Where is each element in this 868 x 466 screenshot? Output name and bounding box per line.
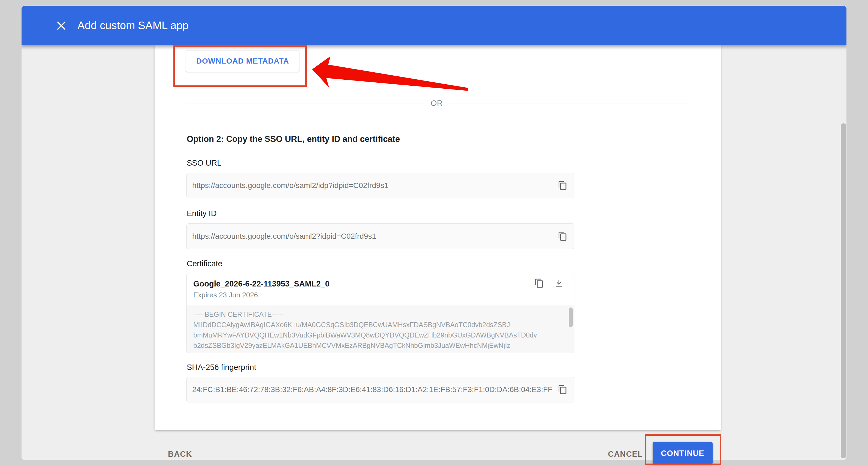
dialog-title: Add custom SAML app	[78, 6, 189, 45]
certificate-card: Google_2026-6-22-113953_SAML2_0 Expires …	[186, 273, 575, 353]
divider-line-left	[186, 103, 424, 104]
certificate-name: Google_2026-6-22-113953_SAML2_0	[193, 280, 330, 288]
entity-id-field: https://accounts.google.com/o/saml2?idpi…	[186, 224, 575, 249]
certificate-pem-line: bmMuMRYwFAYDVQQHEw1Nb3VudGFpbiBWaWV3MQ8w…	[193, 330, 563, 340]
certificate-pem-line: MIIDdDCCAlygAwIBAgIGAXo6K+u/MA0GCSqGSIb3…	[193, 319, 563, 330]
annotation-rect-download-metadata	[174, 45, 307, 87]
sha256-fingerprint-label: SHA-256 fingerprint	[187, 363, 256, 372]
divider-line-right	[450, 103, 687, 104]
entity-id-copy-button[interactable]	[557, 231, 568, 242]
certificate-expiry: Expires 23 Jun 2026	[193, 291, 258, 299]
annotation-rect-continue	[645, 434, 721, 465]
entity-id-value: https://accounts.google.com/o/saml2?idpi…	[187, 232, 398, 241]
certificate-scrollbar[interactable]	[569, 308, 573, 327]
dialog-header: Add custom SAML app	[22, 6, 846, 45]
sso-url-label: SSO URL	[187, 158, 221, 168]
sso-url-copy-button[interactable]	[557, 180, 568, 191]
copy-icon	[534, 278, 545, 288]
option2-heading: Option 2: Copy the SSO URL, entity ID an…	[187, 134, 400, 144]
certificate-pem-line: b2dsZSBGb3IgV29yazELMAkGA1UEBhMCVVMxEzAR…	[193, 340, 563, 351]
close-icon	[55, 20, 67, 32]
sha256-fingerprint-value: 24:FC:B1:BE:46:72:78:3B:32:F6:AB:A4:8F:3…	[187, 385, 574, 394]
download-icon	[554, 278, 565, 288]
dialog-scrollbar[interactable]	[841, 123, 846, 458]
or-divider: OR	[186, 98, 687, 108]
screen: Add custom SAML app DOWNLOAD METADATA OR…	[0, 0, 868, 466]
back-button[interactable]: BACK	[168, 449, 192, 459]
entity-id-label: Entity ID	[187, 209, 217, 218]
sso-url-value: https://accounts.google.com/o/saml2/idp?…	[187, 181, 410, 190]
cancel-button[interactable]: CANCEL	[608, 449, 643, 459]
or-label: OR	[424, 99, 450, 108]
copy-icon	[558, 231, 567, 241]
header-shadow	[22, 45, 846, 50]
certificate-copy-button[interactable]	[534, 278, 545, 289]
annotation-arrow	[300, 52, 480, 98]
certificate-header: Google_2026-6-22-113953_SAML2_0 Expires …	[187, 273, 574, 305]
certificate-pem-text: -----BEGIN CERTIFICATE----- MIIDdDCCAlyg…	[187, 305, 574, 353]
certificate-label: Certificate	[187, 259, 222, 268]
sha256-copy-button[interactable]	[557, 384, 568, 395]
copy-icon	[558, 385, 567, 395]
sha256-fingerprint-field: 24:FC:B1:BE:46:72:78:3B:32:F6:AB:A4:8F:3…	[186, 377, 575, 402]
sso-url-field: https://accounts.google.com/o/saml2/idp?…	[186, 173, 575, 198]
close-button[interactable]	[51, 6, 72, 45]
copy-icon	[558, 181, 567, 191]
certificate-download-button[interactable]	[554, 278, 565, 289]
certificate-pem-line: -----BEGIN CERTIFICATE-----	[193, 309, 563, 319]
